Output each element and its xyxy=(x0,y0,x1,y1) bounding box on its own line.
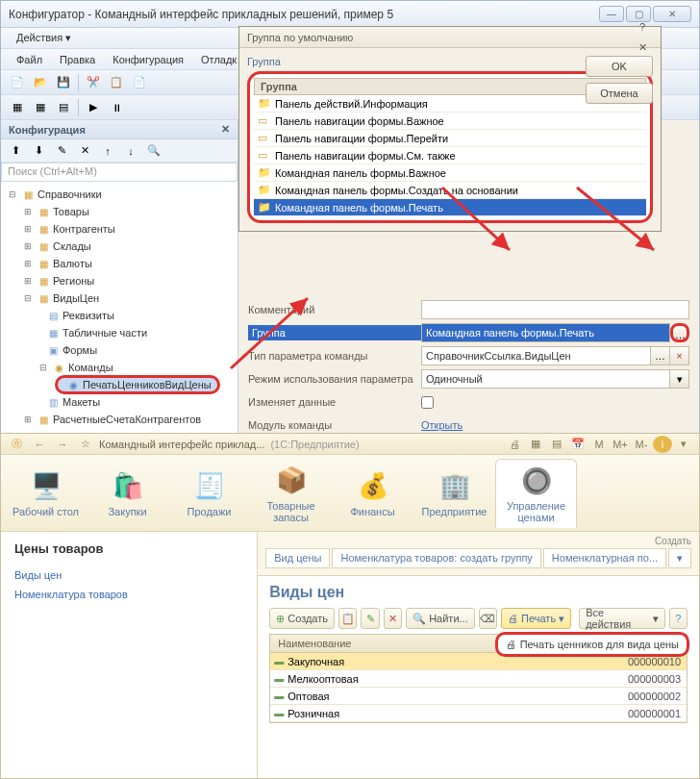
tree-icon[interactable]: ✎ xyxy=(51,140,72,162)
tb-icon[interactable]: ▦ xyxy=(7,97,28,118)
nav-pane: Цены товаров Виды цен Номенклатура товар… xyxy=(1,532,258,778)
menu-debug[interactable]: Отладк xyxy=(193,52,244,67)
save-icon[interactable]: 💾 xyxy=(53,72,74,93)
tb-icon[interactable]: ▶ xyxy=(83,97,104,118)
nav-link[interactable]: Виды цен xyxy=(14,565,243,585)
group-input[interactable]: Командная панель формы.Печать xyxy=(421,323,670,342)
tool-icon[interactable]: ▦ xyxy=(526,436,545,453)
cut-icon[interactable]: ✂️ xyxy=(83,72,104,93)
param-browse[interactable]: … xyxy=(651,346,670,365)
favorite-icon[interactable]: ☆ xyxy=(76,436,95,453)
copy-icon[interactable]: 📋 xyxy=(338,608,357,629)
section-finance[interactable]: 💰Финансы xyxy=(332,459,413,528)
menu-config[interactable]: Конфигурация xyxy=(105,52,191,67)
copy-icon[interactable]: 📋 xyxy=(106,72,127,93)
m-minus-icon[interactable]: M- xyxy=(632,436,651,453)
selected-group-item: 📁Командная панель формы.Печать xyxy=(254,199,646,216)
print-menu-item[interactable]: 🖨 Печать ценников для вида цены xyxy=(495,632,689,657)
tree-icon[interactable]: 🔍 xyxy=(143,140,164,162)
back-icon[interactable]: ← xyxy=(30,436,49,453)
section-enterprise[interactable]: 🏢Предприятие xyxy=(413,459,495,528)
section-prices[interactable]: 🔘Управление ценами xyxy=(495,459,577,528)
pane-header: Конфигурация✕ xyxy=(1,120,238,139)
config-tree-pane: Конфигурация✕ ⬆ ⬇ ✎ ✕ ↑ ↓ 🔍 Поиск (Ctrl+… xyxy=(1,120,238,453)
print-icon[interactable]: 🖨 xyxy=(505,436,524,453)
group-list[interactable]: 📁Панель действий.Информация ▭Панель нави… xyxy=(254,95,646,216)
list-toolbar: ⊕Создать 📋 ✎ ✕ 🔍Найти... ⌫ 🖨Печать ▾ Все… xyxy=(269,607,688,630)
edit-icon[interactable]: ✎ xyxy=(361,608,379,629)
tree-icon[interactable]: ↓ xyxy=(120,140,141,162)
titlebar: Конфигуратор - Командный интерфейс прикл… xyxy=(1,1,699,28)
menu-edit[interactable]: Правка xyxy=(52,52,103,67)
clear-find-icon[interactable]: ⌫ xyxy=(479,608,497,629)
pane-close-icon[interactable]: ✕ xyxy=(221,123,230,136)
m-icon[interactable]: M xyxy=(589,436,609,453)
actions-menu[interactable]: Действия ▾ xyxy=(9,30,79,46)
table-row[interactable]: ▬Оптовая000000002 xyxy=(270,688,687,705)
tb-icon[interactable]: ▦ xyxy=(30,97,51,118)
nav-title: Цены товаров xyxy=(14,541,243,556)
tb-icon[interactable]: ▤ xyxy=(53,97,74,118)
cancel-button[interactable]: Отмена xyxy=(586,83,653,104)
paste-icon[interactable]: 📄 xyxy=(129,72,150,93)
param-mode-select[interactable]: Одиночный xyxy=(421,369,670,389)
comment-input[interactable] xyxy=(421,300,689,319)
m-plus-icon[interactable]: M+ xyxy=(611,436,630,453)
dropdown-icon[interactable]: ▾ xyxy=(674,436,693,453)
calc-icon[interactable]: ▤ xyxy=(547,436,566,453)
print-dropdown[interactable]: 🖨Печать ▾ xyxy=(501,608,571,629)
logo-icon: ⓔ xyxy=(7,436,26,453)
calendar-icon[interactable]: 📅 xyxy=(568,436,588,453)
more-icon[interactable]: ▾ xyxy=(668,548,691,568)
menu-file[interactable]: Файл xyxy=(9,52,50,67)
list-title: Виды цен xyxy=(269,584,688,601)
minimize-button[interactable]: — xyxy=(599,6,624,22)
param-clear[interactable]: × xyxy=(670,346,689,365)
ok-button[interactable]: OK xyxy=(586,56,653,77)
section-purchases[interactable]: 🛍️Закупки xyxy=(87,459,168,528)
param-type-input[interactable]: СправочникСсылка.ВидыЦен xyxy=(421,346,651,365)
group-select-popup: Группа по умолчанию ? ✕ Группа Группа 📁П… xyxy=(238,26,662,232)
create-link[interactable]: Номенклатура товаров: создать группу xyxy=(332,548,540,568)
enterprise-titlebar: ⓔ ← → ☆ Командный интерфейс приклад... (… xyxy=(1,434,699,455)
section-desktop[interactable]: 🖥️Рабочий стол xyxy=(5,459,87,528)
close-button[interactable]: ✕ xyxy=(653,6,691,22)
tree-toolbar: ⬆ ⬇ ✎ ✕ ↑ ↓ 🔍 xyxy=(1,139,238,163)
table-row[interactable]: ▬Мелкооптовая000000003 xyxy=(270,670,687,688)
printer-icon: 🖨 xyxy=(506,639,516,650)
delete-icon[interactable]: ✕ xyxy=(384,608,402,629)
enterprise-window: ⓔ ← → ☆ Командный интерфейс приклад... (… xyxy=(0,433,700,779)
mode-dropdown[interactable]: ▾ xyxy=(670,369,689,389)
popup-help[interactable]: ? xyxy=(632,16,653,38)
modifies-checkbox[interactable] xyxy=(421,396,434,409)
info-icon[interactable]: i xyxy=(653,436,672,453)
open-icon[interactable]: 📂 xyxy=(30,72,51,93)
find-button[interactable]: 🔍Найти... xyxy=(406,608,475,629)
tree-print-command[interactable]: ◉ПечатьЦенниковВидЦены xyxy=(1,376,238,393)
window-title: Конфигуратор - Командный интерфейс прикл… xyxy=(9,8,599,21)
tree-icon[interactable]: ⬇ xyxy=(28,140,49,162)
open-module-link[interactable]: Открыть xyxy=(421,419,462,431)
table-row[interactable]: ▬Розничная000000001 xyxy=(270,705,687,722)
content-pane: Создать Вид цены Номенклатура товаров: с… xyxy=(258,532,699,778)
tree-icon[interactable]: ⬆ xyxy=(5,140,26,162)
section-panel: 🖥️Рабочий стол 🛍️Закупки 🧾Продажи 📦Товар… xyxy=(1,455,699,532)
create-button[interactable]: ⊕Создать xyxy=(269,608,335,629)
config-tree[interactable]: ⊟▦Справочники ⊞▦Товары ⊞▦Контрагенты ⊞▦С… xyxy=(1,182,238,453)
tb-icon[interactable]: ⏸ xyxy=(106,97,127,118)
tree-search[interactable]: Поиск (Ctrl+Alt+M) xyxy=(1,163,238,182)
all-actions-button[interactable]: Все действия ▾ xyxy=(579,608,664,629)
create-link[interactable]: Вид цены xyxy=(265,548,330,568)
tree-icon[interactable]: ✕ xyxy=(74,140,95,162)
group-browse-button[interactable]: … xyxy=(670,323,689,342)
section-stock[interactable]: 📦Товарные запасы xyxy=(250,459,332,528)
create-link[interactable]: Номенклатурная по... xyxy=(543,548,666,568)
forward-icon[interactable]: → xyxy=(53,436,72,453)
help-icon[interactable]: ? xyxy=(669,608,688,629)
nav-link[interactable]: Номенклатура товаров xyxy=(14,585,243,604)
tree-icon[interactable]: ↑ xyxy=(97,140,118,162)
section-sales[interactable]: 🧾Продажи xyxy=(168,459,250,528)
new-icon[interactable]: 📄 xyxy=(7,72,28,93)
